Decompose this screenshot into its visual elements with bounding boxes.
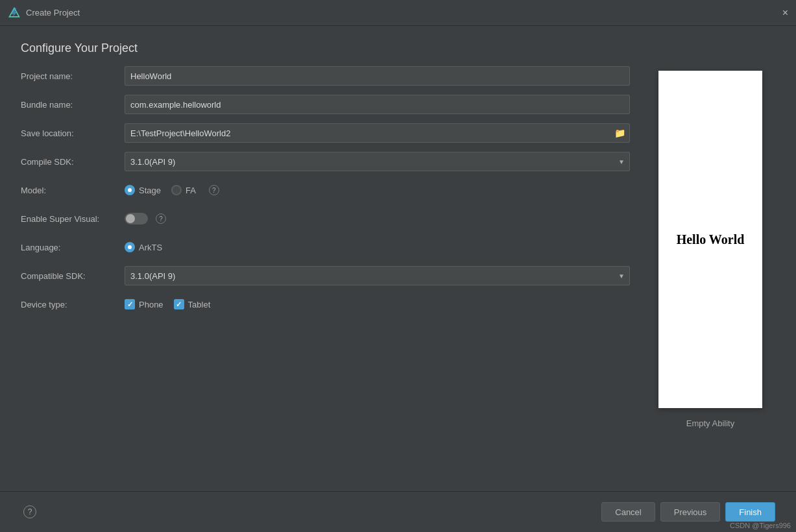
save-location-input[interactable] [125,128,610,138]
form-section: Project name: Bundle name: Save location… [21,66,630,491]
compile-sdk-row: Compile SDK: 3.1.0(API 9) 3.0.0(API 8) 2… [21,151,630,172]
title-bar-left: Create Project [8,6,80,19]
project-name-label: Project name: [21,71,125,81]
model-radio-group: Stage FA ? [125,185,630,195]
language-control: ArkTS [125,242,630,252]
compile-sdk-select-wrap: 3.1.0(API 9) 3.0.0(API 8) 2.2.0(API 7) ▼ [125,152,630,171]
compatible-sdk-label: Compatible SDK: [21,271,125,281]
model-row: Model: Stage FA ? [21,180,630,200]
device-type-row: Device type: Phone Tablet [21,294,630,315]
language-arkts-radio[interactable] [125,242,135,252]
dialog: Configure Your Project Project name: Bun… [0,26,796,532]
super-visual-row: Enable Super Visual: ? [21,208,630,229]
model-fa-item[interactable]: FA [171,185,196,195]
language-group: ArkTS [125,242,630,252]
device-type-control: Phone Tablet [125,299,630,309]
compatible-sdk-row: Compatible SDK: 3.1.0(API 9) 3.0.0(API 8… [21,265,630,286]
bundle-name-label: Bundle name: [21,100,125,110]
language-label: Language: [21,243,125,252]
model-control: Stage FA ? [125,185,630,195]
content-area: Project name: Bundle name: Save location… [0,66,796,491]
preview-panel: Hello World Empty Ability [645,66,775,491]
footer-right: Cancel Previous Finish [601,502,775,522]
dialog-title: Create Project [26,8,80,18]
super-visual-label: Enable Super Visual: [21,214,125,224]
footer-help-icon[interactable]: ? [23,505,36,518]
compile-sdk-label: Compile SDK: [21,157,125,167]
model-stage-radio[interactable] [125,185,135,195]
folder-icon: 📁 [614,128,625,138]
bundle-name-control [125,95,630,114]
save-location-control: 📁 [125,123,630,143]
super-visual-control: ? [125,213,630,224]
device-phone-item[interactable]: Phone [125,299,163,309]
super-visual-toggle[interactable] [125,213,148,224]
preview-phone: Hello World [658,71,762,408]
save-location-wrap: 📁 [125,123,630,143]
project-name-input[interactable] [125,66,630,86]
model-fa-label: FA [186,186,196,195]
title-bar: Create Project × [0,0,796,26]
model-stage-label: Stage [139,186,161,195]
device-type-checkbox-group: Phone Tablet [125,299,630,309]
save-location-label: Save location: [21,128,125,138]
device-tablet-label: Tablet [188,300,211,309]
app-logo-icon [8,6,21,19]
model-stage-item[interactable]: Stage [125,185,161,195]
compile-sdk-control: 3.1.0(API 9) 3.0.0(API 8) 2.2.0(API 7) ▼ [125,152,630,171]
finish-button[interactable]: Finish [725,502,775,522]
language-arkts-label: ArkTS [139,243,162,252]
footer: ? Cancel Previous Finish [0,491,796,532]
model-help-icon[interactable]: ? [209,185,219,195]
model-label: Model: [21,186,125,195]
browse-button[interactable]: 📁 [610,124,629,142]
save-location-row: Save location: 📁 [21,123,630,143]
watermark: CSDN @Tigers996 [730,522,791,529]
device-phone-checkbox[interactable] [125,299,135,309]
device-phone-label: Phone [139,300,163,309]
language-row: Language: ArkTS [21,237,630,258]
compatible-sdk-select-wrap: 3.1.0(API 9) 3.0.0(API 8) 2.2.0(API 7) ▼ [125,266,630,285]
compile-sdk-select[interactable]: 3.1.0(API 9) 3.0.0(API 8) 2.2.0(API 7) [125,152,630,171]
device-tablet-item[interactable]: Tablet [174,299,211,309]
device-type-label: Device type: [21,300,125,309]
project-name-row: Project name: [21,66,630,86]
preview-hello-world-text: Hello World [677,232,745,247]
previous-button[interactable]: Previous [660,502,721,522]
cancel-button[interactable]: Cancel [601,502,655,522]
page-heading: Configure Your Project [0,26,796,66]
bundle-name-input[interactable] [125,95,630,114]
close-button[interactable]: × [782,8,788,18]
toggle-knob [126,214,135,223]
bundle-name-row: Bundle name: [21,94,630,115]
model-fa-radio[interactable] [171,185,182,195]
project-name-control [125,66,630,86]
compatible-sdk-control: 3.1.0(API 9) 3.0.0(API 8) 2.2.0(API 7) ▼ [125,266,630,285]
device-tablet-checkbox[interactable] [174,299,184,309]
super-visual-help-icon[interactable]: ? [156,213,166,224]
language-arkts-item[interactable]: ArkTS [125,242,162,252]
preview-label: Empty Ability [686,418,734,428]
super-visual-controls: ? [125,213,630,224]
compatible-sdk-select[interactable]: 3.1.0(API 9) 3.0.0(API 8) 2.2.0(API 7) [125,266,630,285]
